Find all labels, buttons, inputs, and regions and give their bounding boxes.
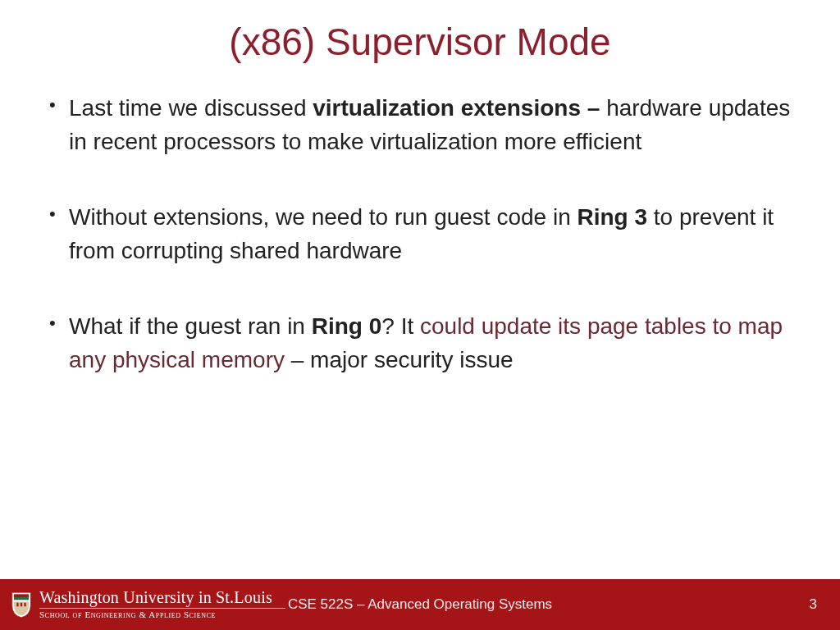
bullet-item: What if the guest ran in Ring 0? It coul… (44, 310, 804, 377)
svg-rect-2 (16, 603, 18, 607)
slide-content: Last time we discussed virtualization ex… (0, 92, 840, 579)
school-name: School of Engineering & Applied Science (39, 610, 285, 620)
svg-rect-1 (14, 595, 29, 597)
bullet-item: Last time we discussed virtualization ex… (44, 92, 804, 158)
bullet-bold: Ring 3 (578, 204, 648, 230)
university-name: Washington University in St.Louis (39, 589, 285, 606)
bullet-text: Last time we discussed (69, 95, 313, 121)
bullet-text: ? It (381, 313, 420, 339)
brand-divider (39, 608, 285, 609)
bullet-bold: virtualization extensions – (313, 95, 606, 121)
branding: Washington University in St.Louis School… (10, 579, 285, 630)
brand-text: Washington University in St.Louis School… (39, 589, 285, 620)
bullet-list: Last time we discussed virtualization ex… (44, 92, 804, 377)
bullet-item: Without extensions, we need to run guest… (44, 201, 804, 267)
bullet-bold: Ring 0 (312, 313, 382, 339)
svg-rect-3 (21, 603, 22, 607)
bullet-text: Without extensions, we need to run guest… (69, 204, 578, 230)
svg-rect-4 (24, 603, 25, 607)
slide-title: (x86) Supervisor Mode (0, 20, 840, 64)
bullet-text: – major security issue (285, 347, 514, 372)
bullet-text: What if the guest ran in (69, 313, 312, 339)
university-shield-icon (10, 591, 33, 619)
slide: (x86) Supervisor Mode Last time we discu… (0, 0, 840, 630)
page-number: 3 (810, 596, 817, 613)
slide-footer: Washington University in St.Louis School… (0, 579, 840, 630)
